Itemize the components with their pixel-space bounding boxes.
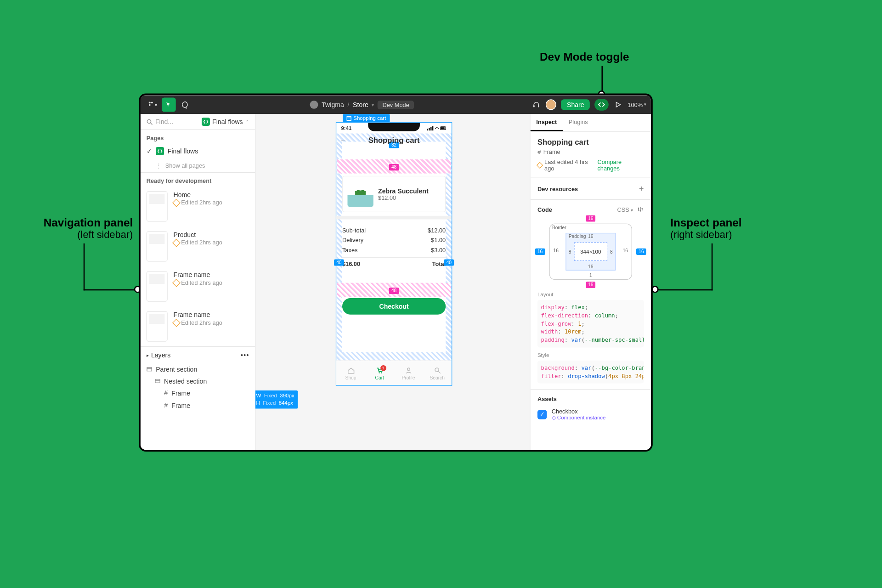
tab-bar: Shop 1 Cart Profile	[336, 361, 452, 385]
layer-nested-section[interactable]: Nested section	[141, 375, 255, 387]
annotation-inspect: Inspect panel (right sidebar)	[670, 216, 741, 241]
selection-title: Shopping cart	[537, 138, 644, 147]
status-diamond-icon	[172, 278, 181, 287]
tab-plugins[interactable]: Plugins	[563, 114, 594, 131]
user-avatar[interactable]	[546, 99, 556, 110]
annotation-line	[712, 243, 713, 290]
frame-thumb-product[interactable]: Product Edited 2hrs ago	[141, 226, 255, 266]
frame-thumbnail	[147, 271, 168, 302]
code-lang-select[interactable]: CSS ▾	[617, 206, 633, 213]
headphones-icon[interactable]	[531, 100, 541, 109]
frame-label[interactable]: Shopping cart	[343, 114, 390, 122]
frame-icon: #	[537, 149, 541, 155]
svg-line-23	[438, 371, 440, 373]
layer-parent-section[interactable]: Parent section	[141, 363, 255, 375]
svg-point-5	[147, 119, 151, 123]
style-label: Style	[537, 352, 644, 358]
layers-more-icon[interactable]: •••	[241, 351, 249, 358]
present-icon[interactable]	[614, 100, 623, 109]
search-input[interactable]: Find...	[155, 118, 173, 125]
devready-icon	[202, 118, 210, 126]
checkbox-icon: ✓	[537, 410, 547, 419]
canvas[interactable]: Shopping cart 9:41 32 ← Shopp	[256, 114, 530, 450]
svg-rect-15	[430, 127, 432, 130]
layer-frame[interactable]: # Frame	[141, 399, 255, 412]
svg-rect-13	[427, 129, 428, 130]
pages-label: Pages	[141, 130, 255, 143]
section-icon	[147, 366, 153, 372]
svg-line-6	[151, 123, 153, 124]
frame-thumbnail	[147, 231, 168, 262]
svg-rect-9	[155, 379, 160, 383]
tab-profile[interactable]: Profile	[394, 361, 423, 385]
status-icons	[427, 126, 447, 130]
asset-checkbox[interactable]: ✓ Checkbox ◇ Component instance	[537, 406, 644, 423]
navigation-panel: Find... Final flows ⌃ Pages ✓ Final flow…	[141, 114, 256, 450]
cart-item-card[interactable]: Zebra Succulent $12.00	[342, 176, 446, 212]
devready-icon	[156, 147, 164, 155]
top-toolbar: ▾ Twigma / Store ▾ Dev Mode Share	[141, 95, 651, 114]
tab-search[interactable]: Search	[423, 361, 452, 385]
frame-icon: #	[164, 401, 168, 409]
product-image	[347, 181, 373, 207]
status-diamond-icon	[172, 318, 181, 327]
share-button[interactable]: Share	[561, 99, 590, 110]
svg-point-21	[407, 368, 410, 370]
svg-rect-3	[533, 105, 535, 107]
svg-rect-16	[432, 126, 434, 131]
svg-point-22	[435, 368, 438, 371]
annotation-line	[84, 243, 85, 290]
dev-resources-label: Dev resources	[537, 186, 578, 192]
checkout-button[interactable]: Checkout	[342, 298, 446, 315]
selection-type: Frame	[543, 149, 560, 155]
box-model: 16 16 16 16 Border 16 16 1 Padding 8 8 1…	[537, 216, 644, 287]
svg-rect-1	[148, 104, 150, 106]
device-frame[interactable]: 9:41 32 ← Shopping cart 48 Zeb	[336, 122, 452, 385]
spacing-chip: 40	[334, 259, 344, 266]
screen-title: ← Shopping cart	[336, 134, 452, 147]
devmode-toggle[interactable]	[595, 99, 609, 111]
inspect-panel: Inspect Plugins Shopping cart #Frame Las…	[530, 114, 651, 450]
figma-menu-button[interactable]: ▾	[145, 97, 159, 112]
app-window: ▾ Twigma / Store ▾ Dev Mode Share	[139, 94, 653, 452]
add-resource-button[interactable]: +	[639, 184, 644, 193]
move-tool-button[interactable]	[162, 97, 176, 112]
totals-block: Sub-total$12.00 Delivery$1.00 Taxes$3.00…	[342, 225, 446, 269]
page-selector[interactable]: Final flows ⌃	[202, 118, 249, 126]
frame-thumbnail	[147, 191, 168, 222]
frame-icon: #	[164, 389, 168, 397]
file-name[interactable]: Store	[353, 101, 368, 108]
show-all-pages[interactable]: ⋮ Show all pages	[141, 159, 255, 172]
svg-point-20	[381, 372, 382, 373]
device-notch	[368, 123, 420, 131]
compare-changes-link[interactable]: Compare changes	[597, 159, 644, 172]
annotation-nav: Navigation panel (left sidebar)	[21, 216, 133, 241]
zoom-level[interactable]: 100%▾	[628, 102, 646, 108]
status-diamond-icon	[537, 162, 543, 169]
frame-thumb-generic[interactable]: Frame name Edited 2hrs ago	[141, 306, 255, 346]
back-arrow-icon[interactable]: ←	[340, 136, 347, 145]
section-icon	[155, 378, 161, 384]
layer-frame[interactable]: # Frame	[141, 387, 255, 399]
tab-cart[interactable]: 1 Cart	[365, 361, 394, 385]
comment-tool-button[interactable]	[178, 97, 192, 112]
settings-icon[interactable]	[637, 206, 644, 213]
frame-thumb-home[interactable]: Home Edited 2hrs ago	[141, 187, 255, 226]
annotation-line	[656, 289, 712, 291]
tab-shop[interactable]: Shop	[336, 361, 365, 385]
status-diamond-icon	[172, 198, 181, 207]
search-icon	[147, 119, 153, 125]
frame-thumb-generic[interactable]: Frame name Edited 2hrs ago	[141, 266, 255, 306]
style-code[interactable]: background: var(--bg-color-brand, ▮ #976…	[537, 360, 644, 384]
layout-label: Layout	[537, 292, 644, 298]
svg-point-19	[379, 372, 380, 373]
layers-label[interactable]: Layers	[151, 351, 170, 358]
svg-point-25	[640, 210, 641, 211]
tab-inspect[interactable]: Inspect	[531, 114, 563, 131]
spacing-chip: 48	[389, 164, 399, 170]
layout-code[interactable]: display: flex; flex-direction: column; f…	[537, 300, 644, 347]
project-name[interactable]: Twigma	[322, 101, 344, 108]
svg-rect-14	[429, 128, 430, 130]
annotation-line	[84, 289, 136, 291]
page-item-final-flows[interactable]: ✓ Final flows	[141, 143, 255, 158]
